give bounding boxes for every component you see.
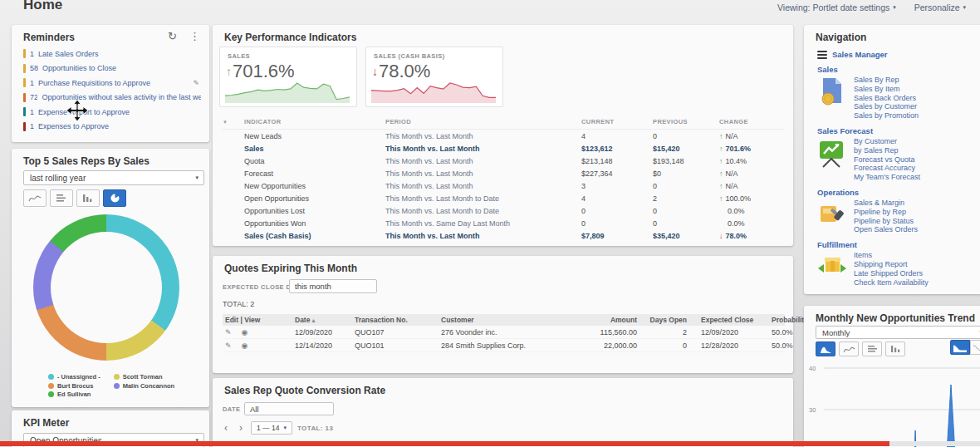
prev-page-icon[interactable]: ‹ <box>221 422 231 434</box>
sales-manager-role-link[interactable]: Sales Manager <box>817 50 888 59</box>
col-amount[interactable]: Amount <box>586 316 639 324</box>
kpi-change: ↑N/A <box>719 169 785 178</box>
col-days-open[interactable]: Days Open <box>639 316 689 324</box>
nav-link[interactable]: Sales By Item <box>854 85 919 94</box>
trend-period-dropdown[interactable]: Monthly ▾ <box>816 326 980 339</box>
nav-link[interactable]: Sales & Margin <box>854 199 918 208</box>
col-expected-close[interactable]: Expected Close <box>689 316 769 324</box>
nav-link[interactable]: Late Shipped Orders <box>854 269 929 278</box>
kpi-row: QuotaThis Month vs. Last Month$213,148$1… <box>223 155 785 167</box>
kpi-indicator-link[interactable]: Forecast <box>244 169 385 178</box>
legend-item: Ed Sullivan <box>48 391 100 398</box>
nav-link[interactable]: Forecast vs Quota <box>854 155 920 165</box>
col-change[interactable]: CHANGE <box>719 118 785 125</box>
edit-pencil-icon[interactable]: ✎ <box>193 79 199 87</box>
bar-chart-button[interactable] <box>885 341 905 356</box>
line-chart-button[interactable] <box>23 189 47 207</box>
viewing-portlet-date-settings-menu[interactable]: Viewing: Portlet date settings ▾ <box>777 2 896 12</box>
nav-link[interactable]: My Team's Forecast <box>854 173 920 182</box>
personalize-menu[interactable]: Personalize ▾ <box>914 2 966 12</box>
nav-link[interactable]: Pipeline by Status <box>854 217 918 226</box>
col-current[interactable]: CURRENT <box>581 118 653 125</box>
col-customer[interactable]: Customer <box>439 316 586 324</box>
top5-period-value: last rolling year <box>30 174 86 183</box>
nav-link[interactable]: Sales by Promotion <box>854 111 919 120</box>
kpi-indicator-link[interactable]: Quota <box>244 157 385 165</box>
nav-link[interactable]: Items <box>854 251 929 260</box>
top5-period-dropdown[interactable]: last rolling year ▾ <box>23 170 204 185</box>
kpi-indicator-link[interactable]: Opportunities Won <box>244 219 385 228</box>
nav-link[interactable]: by Sales Rep <box>854 146 920 155</box>
nav-link[interactable]: Sales Back Orders <box>854 94 919 103</box>
bar-chart-button[interactable] <box>76 189 100 207</box>
quote-date[interactable]: 12/09/2020 <box>292 328 352 336</box>
kpi-change: 0.0% <box>719 207 785 215</box>
reminder-item[interactable]: 1Late Sales Orders <box>23 47 201 61</box>
kpi-previous: $35,420 <box>653 232 719 240</box>
col-previous[interactable]: PREVIOUS <box>653 118 719 125</box>
nav-link[interactable]: Shipping Report <box>854 260 929 269</box>
quote-date[interactable]: 12/14/2020 <box>292 341 352 350</box>
area-mini-button[interactable] <box>950 340 970 355</box>
legend-label: Ed Sullivan <box>57 391 91 398</box>
col-indicator[interactable]: INDICATOR <box>244 118 385 125</box>
filter-icon[interactable]: ▼ <box>223 120 244 125</box>
nav-link[interactable]: Forecast Accuracy <box>854 164 920 173</box>
quote-customer-link[interactable]: 284 Smith Supplies Corp. <box>439 341 586 350</box>
kpi-indicator-link[interactable]: Opportunities Lost <box>244 207 385 215</box>
area-chart-button[interactable] <box>816 341 835 356</box>
kpi-previous: 0 <box>653 182 719 190</box>
refresh-icon[interactable]: ↻ <box>168 31 177 42</box>
reminder-item[interactable]: 58Opportunities to Close <box>23 61 201 76</box>
quote-expected-close: 12/28/2020 <box>689 341 769 350</box>
list-view-button[interactable] <box>862 341 882 356</box>
kpi-indicator-link[interactable]: Sales <box>244 145 385 153</box>
donut-chart-button[interactable] <box>103 189 126 207</box>
nav-link[interactable]: By Customer <box>854 137 920 146</box>
reminder-item[interactable]: 1Expenses to Approve <box>23 120 201 135</box>
col-date[interactable]: Date ▴ <box>292 316 352 324</box>
chevron-down-icon: ▾ <box>893 4 896 11</box>
kpi-indicator-link[interactable]: Sales (Cash Basis) <box>244 232 385 240</box>
kpi-indicator-link[interactable]: New Opportunities <box>244 182 385 190</box>
reminder-item[interactable]: 1Purchase Requisitions to Approve✎ <box>23 76 201 91</box>
line-chart-button[interactable] <box>839 341 859 356</box>
view-eye-icon[interactable]: ◉ <box>242 328 248 336</box>
reminder-item[interactable]: 72Opportunities without sales activity i… <box>23 91 201 106</box>
quote-days-open: 2 <box>639 328 689 336</box>
kpi-card-sales-cash-basis[interactable]: SALES (CASH BASIS) ↓ 78.0% <box>365 47 503 107</box>
date-filter-input[interactable]: All <box>244 402 334 415</box>
quote-transaction-link[interactable]: QUO101 <box>352 341 439 350</box>
reminder-item[interactable]: 1Expense Report to Approve <box>23 105 201 120</box>
nav-link[interactable]: Sales by Customer <box>854 102 919 111</box>
kpi-card-sales[interactable]: SALES ↑ 701.6% <box>219 47 357 107</box>
kpi-indicator-link[interactable]: Open Opportunities <box>244 194 385 203</box>
portlet-menu-kebab-icon[interactable]: ⋮ <box>189 31 200 42</box>
reminder-count: 1 <box>30 79 34 87</box>
up-arrow-icon: ↑ <box>719 194 723 203</box>
view-eye-icon[interactable]: ◉ <box>242 341 248 350</box>
quote-amount: 22,000.00 <box>586 341 639 350</box>
kpi-indicator-link[interactable]: New Leads <box>244 132 385 140</box>
quote-transaction-link[interactable]: QUO107 <box>352 328 439 336</box>
nav-link[interactable]: Pipeline by Rep <box>854 208 918 217</box>
nav-link[interactable]: Open Sales Orders <box>854 225 918 234</box>
col-transaction[interactable]: Transaction No. <box>352 316 439 324</box>
page-range-dropdown[interactable]: 1 — 14 ▾ <box>251 421 292 435</box>
next-page-icon[interactable]: › <box>236 422 246 434</box>
edit-pencil-icon[interactable]: ✎ <box>225 328 232 336</box>
video-progress-track[interactable] <box>0 441 980 446</box>
nav-link[interactable]: Check Item Availability <box>854 278 929 287</box>
nav-link[interactable]: Sales By Rep <box>854 76 919 85</box>
quote-customer-link[interactable]: 276 Voonder inc. <box>439 328 586 336</box>
list-view-button[interactable] <box>50 189 73 207</box>
quote-row-actions: ✎◉ <box>223 328 292 336</box>
expected-close-date-input[interactable]: this month <box>289 279 377 293</box>
kpi-portlet: Key Performance Indicators SALES ↑ 701.6… <box>213 25 793 246</box>
col-period[interactable]: PERIOD <box>385 118 581 125</box>
monthly-trend-chart[interactable]: 4030 <box>804 357 980 447</box>
line-mini-button[interactable] <box>970 340 980 355</box>
kpi-period: This Month vs. Last Month <box>385 145 581 153</box>
kpi-row: Sales (Cash Basis)This Month vs. Last Mo… <box>223 229 785 242</box>
edit-pencil-icon[interactable]: ✎ <box>225 341 232 350</box>
